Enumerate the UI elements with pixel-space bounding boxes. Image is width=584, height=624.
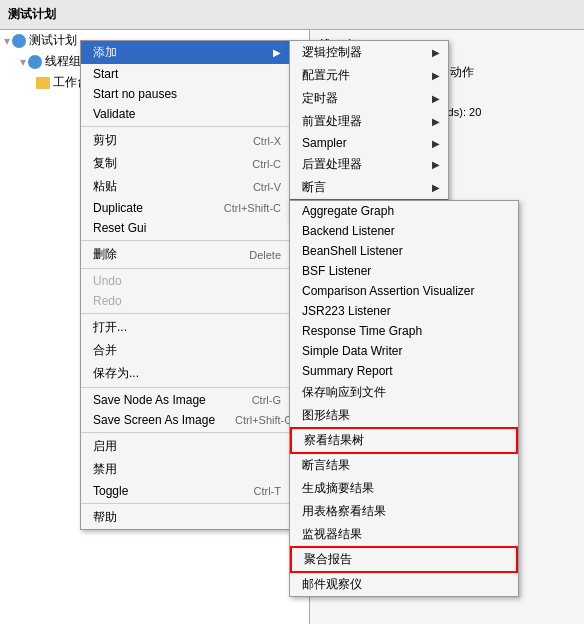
menu-item-start-label: Start <box>93 67 118 81</box>
window-title: 测试计划 <box>8 6 56 23</box>
menu-item-cut-label: 剪切 <box>93 132 117 149</box>
sampler-arrow-icon: ▶ <box>432 138 440 149</box>
menu-item-pre-processor[interactable]: 前置处理器 ▶ <box>290 110 448 133</box>
menu-item-start[interactable]: Start <box>81 64 289 84</box>
menu-item-aggregate-graph[interactable]: Aggregate Graph <box>290 201 518 221</box>
save-node-shortcut: Ctrl-G <box>252 394 281 406</box>
menu-item-summary-report[interactable]: Summary Report <box>290 361 518 381</box>
menu-item-start-no-pauses[interactable]: Start no pauses <box>81 84 289 104</box>
menu-item-toggle-label: Toggle <box>93 484 128 498</box>
menu-item-save-node-image-label: Save Node As Image <box>93 393 206 407</box>
add-arrow-icon: ▶ <box>273 47 281 58</box>
logic-controller-label: 逻辑控制器 <box>302 44 362 61</box>
testplan-icon <box>12 34 26 48</box>
menu-item-reset-gui-label: Reset Gui <box>93 221 146 235</box>
menu-item-undo: Undo <box>81 271 289 291</box>
menu-item-table-results[interactable]: 用表格察看结果 <box>290 500 518 523</box>
menu-item-disable[interactable]: 禁用 <box>81 458 289 481</box>
context-menu-add-submenu[interactable]: 逻辑控制器 ▶ 配置元件 ▶ 定时器 ▶ 前置处理器 ▶ Sampler ▶ 后… <box>289 40 449 223</box>
menu-item-jsr223-listener[interactable]: JSR223 Listener <box>290 301 518 321</box>
table-results-label: 用表格察看结果 <box>302 503 386 520</box>
menu-item-response-time-graph[interactable]: Response Time Graph <box>290 321 518 341</box>
bsf-listener-label: BSF Listener <box>302 264 371 278</box>
menu-item-merge[interactable]: 合并 <box>81 339 289 362</box>
menu-item-aggregate-report[interactable]: 聚合报告 <box>290 546 518 573</box>
menu-item-saveas-label: 保存为... <box>93 365 139 382</box>
toggle-shortcut: Ctrl-T <box>254 485 282 497</box>
menu-item-save-node-image[interactable]: Save Node As Image Ctrl-G <box>81 390 289 410</box>
menu-item-paste[interactable]: 粘贴 Ctrl-V <box>81 175 289 198</box>
menu-item-post-processor[interactable]: 后置处理器 ▶ <box>290 153 448 176</box>
beanshell-listener-label: BeanShell Listener <box>302 244 403 258</box>
threadgroup-icon <box>28 55 42 69</box>
separator-1 <box>81 126 289 127</box>
menu-item-add-label: 添加 <box>93 44 117 61</box>
menu-item-help[interactable]: 帮助 <box>81 506 289 529</box>
menu-item-delete-label: 删除 <box>93 246 117 263</box>
menu-item-reset-gui[interactable]: Reset Gui <box>81 218 289 238</box>
menu-item-undo-label: Undo <box>93 274 122 288</box>
threadgroup-label: 线程组 <box>45 53 81 70</box>
menu-item-monitor-results[interactable]: 监视器结果 <box>290 523 518 546</box>
post-arrow-icon: ▶ <box>432 159 440 170</box>
menu-item-timer[interactable]: 定时器 ▶ <box>290 87 448 110</box>
pre-arrow-icon: ▶ <box>432 116 440 127</box>
assertion-results-label: 断言结果 <box>302 457 350 474</box>
jsr223-listener-label: JSR223 Listener <box>302 304 391 318</box>
menu-item-graph-results[interactable]: 图形结果 <box>290 404 518 427</box>
separator-4 <box>81 313 289 314</box>
menu-item-merge-label: 合并 <box>93 342 117 359</box>
menu-item-copy-label: 复制 <box>93 155 117 172</box>
logic-arrow-icon: ▶ <box>432 47 440 58</box>
menu-item-open[interactable]: 打开... <box>81 316 289 339</box>
timer-arrow-icon: ▶ <box>432 93 440 104</box>
menu-item-open-label: 打开... <box>93 319 127 336</box>
monitor-results-label: 监视器结果 <box>302 526 362 543</box>
menu-item-add[interactable]: 添加 ▶ <box>81 41 289 64</box>
separator-2 <box>81 240 289 241</box>
worktable-icon <box>36 77 50 89</box>
context-menu-listener-submenu[interactable]: Aggregate Graph Backend Listener BeanShe… <box>289 200 519 597</box>
menu-item-assertion-results[interactable]: 断言结果 <box>290 454 518 477</box>
menu-item-beanshell-listener[interactable]: BeanShell Listener <box>290 241 518 261</box>
menu-item-sampler[interactable]: Sampler ▶ <box>290 133 448 153</box>
menu-item-save-response[interactable]: 保存响应到文件 <box>290 381 518 404</box>
menu-item-summary-results[interactable]: 生成摘要结果 <box>290 477 518 500</box>
menu-item-assertion[interactable]: 断言 ▶ <box>290 176 448 199</box>
menu-item-view-results-tree[interactable]: 察看结果树 <box>290 427 518 454</box>
menu-item-enable[interactable]: 启用 <box>81 435 289 458</box>
summary-report-label: Summary Report <box>302 364 393 378</box>
comparison-assertion-label: Comparison Assertion Visualizer <box>302 284 475 298</box>
menu-item-backend-listener[interactable]: Backend Listener <box>290 221 518 241</box>
mail-observer-label: 邮件观察仪 <box>302 576 362 593</box>
top-panel: 测试计划 <box>0 0 584 30</box>
separator-3 <box>81 268 289 269</box>
menu-item-disable-label: 禁用 <box>93 461 117 478</box>
menu-item-start-no-pauses-label: Start no pauses <box>93 87 177 101</box>
menu-item-redo-label: Redo <box>93 294 122 308</box>
menu-item-toggle[interactable]: Toggle Ctrl-T <box>81 481 289 501</box>
timer-label: 定时器 <box>302 90 338 107</box>
menu-item-paste-label: 粘贴 <box>93 178 117 195</box>
menu-item-save-screen-image-label: Save Screen As Image <box>93 413 215 427</box>
menu-item-config-element[interactable]: 配置元件 ▶ <box>290 64 448 87</box>
menu-item-mail-observer[interactable]: 邮件观察仪 <box>290 573 518 596</box>
tree-line: ▾ <box>4 34 10 48</box>
menu-item-copy[interactable]: 复制 Ctrl-C <box>81 152 289 175</box>
menu-item-simple-data-writer[interactable]: Simple Data Writer <box>290 341 518 361</box>
context-menu-main[interactable]: 添加 ▶ Start Start no pauses Validate 剪切 C… <box>80 40 290 530</box>
menu-item-validate[interactable]: Validate <box>81 104 289 124</box>
menu-item-duplicate[interactable]: Duplicate Ctrl+Shift-C <box>81 198 289 218</box>
delete-shortcut: Delete <box>249 249 281 261</box>
menu-item-delete[interactable]: 删除 Delete <box>81 243 289 266</box>
menu-item-duplicate-label: Duplicate <box>93 201 143 215</box>
menu-item-cut[interactable]: 剪切 Ctrl-X <box>81 129 289 152</box>
menu-item-bsf-listener[interactable]: BSF Listener <box>290 261 518 281</box>
menu-item-saveas[interactable]: 保存为... <box>81 362 289 385</box>
config-arrow-icon: ▶ <box>432 70 440 81</box>
menu-item-save-screen-image[interactable]: Save Screen As Image Ctrl+Shift-G <box>81 410 289 430</box>
copy-shortcut: Ctrl-C <box>252 158 281 170</box>
simple-data-writer-label: Simple Data Writer <box>302 344 402 358</box>
menu-item-comparison-assertion[interactable]: Comparison Assertion Visualizer <box>290 281 518 301</box>
menu-item-logic-controller[interactable]: 逻辑控制器 ▶ <box>290 41 448 64</box>
